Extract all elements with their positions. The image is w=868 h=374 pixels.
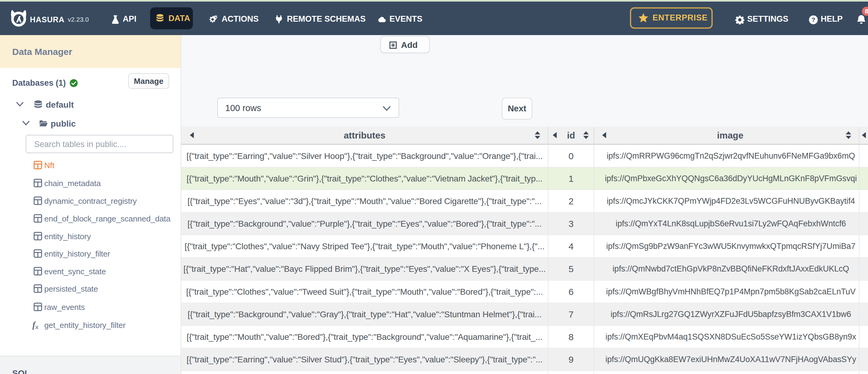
- svg-text:?: ?: [811, 16, 815, 23]
